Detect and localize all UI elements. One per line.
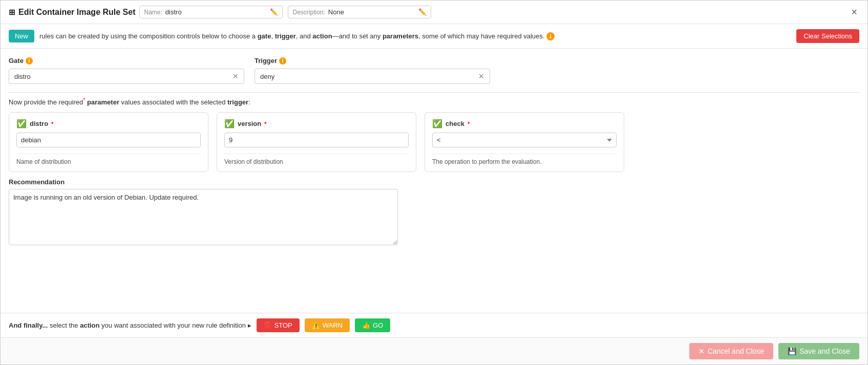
go-button[interactable]: 👍 GO [355, 318, 390, 332]
trigger-clear-button[interactable]: ✕ [478, 72, 484, 80]
param-card-version: ✅ version* Version of distribution [217, 112, 416, 172]
toolbar-description: rules can be created by using the compos… [39, 32, 791, 40]
description-input-group: Description: ✏️ [288, 6, 431, 18]
action-label-text: And finally... select the action you wan… [9, 321, 251, 329]
cancel-icon: ✕ [698, 347, 705, 355]
warn-label: WARN [323, 321, 343, 329]
trigger-group: Trigger i deny ✕ [255, 57, 490, 84]
param-card-check: ✅ check* < > = <= >= The operation to pe… [425, 112, 624, 172]
param-check-note: The operation to perform the evaluation. [432, 154, 617, 165]
param-card-distro: ✅ distro* Name of distribution [9, 112, 208, 172]
modal-header: ⊞ Edit Container Image Rule Set Name: ✏️… [1, 1, 867, 24]
param-description: Now provide the required* parameter valu… [9, 97, 859, 106]
clear-selections-button[interactable]: Clear Selections [796, 29, 859, 43]
distro-check-icon: ✅ [16, 119, 27, 128]
gate-group: Gate i distro ✕ [9, 57, 244, 84]
page-title: Edit Container Image Rule Set [18, 8, 135, 17]
new-button[interactable]: New [9, 30, 34, 42]
toolbar-row: New rules can be created by using the co… [1, 24, 867, 49]
info-icon[interactable]: i [546, 32, 555, 40]
trigger-value: deny [260, 73, 478, 80]
param-check-name: check [446, 120, 464, 127]
check-required-star: * [468, 121, 470, 127]
name-input-group: Name: ✏️ [139, 6, 283, 18]
param-version-note: Version of distribution [224, 154, 409, 165]
save-label: Save and Close [799, 347, 850, 355]
cancel-label: Cancel and Close [708, 347, 765, 355]
close-button[interactable]: × [849, 6, 859, 18]
param-check-select[interactable]: < > = <= >= [432, 133, 617, 147]
recommendation-textarea[interactable] [9, 189, 398, 245]
warn-icon: ⚠️ [312, 321, 320, 329]
gate-label-text: Gate [9, 57, 24, 65]
distro-required-star: * [51, 121, 53, 127]
param-check-header: ✅ check* [432, 119, 617, 128]
recommendation-section: Recommendation [9, 178, 859, 247]
param-distro-input[interactable] [16, 133, 201, 147]
name-edit-icon[interactable]: ✏️ [270, 8, 278, 16]
param-distro-header: ✅ distro* [16, 119, 201, 128]
stop-icon: 🛑 [264, 321, 272, 329]
action-row: And finally... select the action you wan… [1, 313, 867, 337]
stop-button[interactable]: 🛑 STOP [257, 318, 300, 332]
go-icon: 👍 [362, 321, 370, 329]
trigger-info-icon[interactable]: i [279, 57, 286, 65]
stop-label: STOP [274, 321, 292, 329]
header-inputs: Name: ✏️ Description: ✏️ [139, 6, 431, 18]
divider-1 [9, 92, 859, 93]
warn-button[interactable]: ⚠️ WARN [305, 318, 350, 332]
version-check-icon: ✅ [224, 119, 235, 128]
gate-info-icon[interactable]: i [26, 57, 33, 65]
gate-label: Gate i [9, 57, 244, 65]
gate-select[interactable]: distro ✕ [9, 69, 244, 84]
trigger-label: Trigger i [255, 57, 490, 65]
description-input[interactable] [328, 8, 416, 16]
content-area: Gate i distro ✕ Trigger i deny ✕ [1, 49, 867, 313]
name-label: Name: [144, 9, 162, 16]
cancel-close-button[interactable]: ✕ Cancel and Close [689, 343, 774, 359]
description-edit-icon[interactable]: ✏️ [418, 8, 427, 16]
param-version-input[interactable] [224, 133, 409, 147]
trigger-label-text: Trigger [255, 57, 277, 65]
name-input[interactable] [165, 8, 267, 16]
gate-value: distro [14, 73, 232, 80]
recommendation-label: Recommendation [9, 178, 859, 186]
gate-clear-button[interactable]: ✕ [232, 72, 239, 80]
gate-trigger-row: Gate i distro ✕ Trigger i deny ✕ [9, 57, 859, 84]
param-distro-note: Name of distribution [16, 154, 201, 165]
description-label: Description: [292, 9, 325, 16]
version-required-star: * [264, 121, 266, 127]
grid-icon: ⊞ [9, 8, 15, 17]
modal-title: ⊞ Edit Container Image Rule Set [9, 8, 135, 17]
title-area: ⊞ Edit Container Image Rule Set Name: ✏️… [9, 6, 843, 18]
param-version-name: version [238, 120, 261, 127]
footer-row: ✕ Cancel and Close 💾 Save and Close [1, 337, 867, 364]
save-icon: 💾 [788, 347, 796, 355]
params-row: ✅ distro* Name of distribution ✅ version… [9, 112, 859, 172]
modal-container: ⊞ Edit Container Image Rule Set Name: ✏️… [0, 0, 868, 365]
check-check-icon: ✅ [432, 119, 442, 128]
param-version-header: ✅ version* [224, 119, 409, 128]
param-distro-name: distro [30, 120, 48, 127]
go-label: GO [373, 321, 383, 329]
save-close-button[interactable]: 💾 Save and Close [778, 343, 859, 359]
trigger-select[interactable]: deny ✕ [255, 69, 490, 84]
